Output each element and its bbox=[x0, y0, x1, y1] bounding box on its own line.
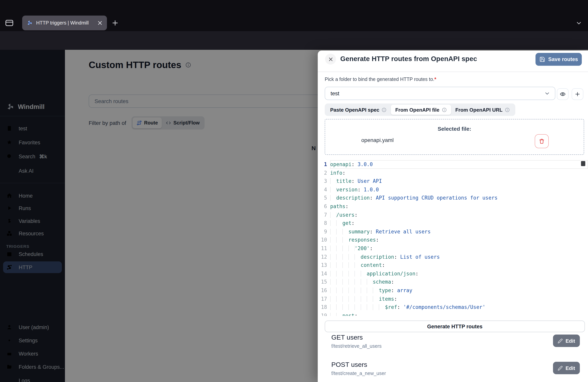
generate-http-routes-button[interactable]: Generate HTTP routes bbox=[325, 320, 585, 332]
info-icon bbox=[442, 107, 447, 112]
line-number: 17 bbox=[318, 295, 330, 303]
info-icon bbox=[505, 107, 510, 112]
view-folder-button[interactable] bbox=[557, 88, 568, 100]
editor-scrollbar-thumb[interactable] bbox=[581, 161, 585, 166]
code-line[interactable]: 16 type: array bbox=[318, 286, 588, 295]
line-number: 8 bbox=[318, 219, 330, 227]
line-number: 12 bbox=[318, 253, 330, 261]
source-tabs: Paste OpenAPI spec From OpenAPI file Fro… bbox=[325, 104, 515, 116]
line-number: 13 bbox=[318, 261, 330, 269]
app-viewport: Windmill test Favorites Search ⌘k Ask AI bbox=[0, 50, 588, 382]
route-title: POST users bbox=[331, 361, 367, 369]
folder-select[interactable]: test bbox=[325, 87, 555, 100]
chevron-down-icon bbox=[544, 90, 550, 96]
drawer-title: Generate HTTP routes from OpenAPI spec bbox=[340, 55, 477, 63]
pencil-icon bbox=[558, 365, 563, 371]
code-line[interactable]: 5 description: API supporting CRUD opera… bbox=[318, 194, 588, 202]
line-number: 10 bbox=[318, 236, 330, 244]
plus-icon bbox=[574, 91, 581, 97]
route-path: f/test/create_a_new_user bbox=[331, 371, 386, 376]
folder-select-value: test bbox=[331, 90, 544, 96]
code-line[interactable]: 2info: bbox=[318, 169, 588, 177]
selected-file-label: Selected file: bbox=[325, 126, 584, 132]
code-line[interactable]: 11 '200': bbox=[318, 244, 588, 253]
code-editor[interactable]: 1openapi: 3.0.02info:3 title: User API4 … bbox=[318, 160, 588, 316]
code-line[interactable]: 19 post: bbox=[318, 311, 588, 316]
trash-icon bbox=[539, 138, 545, 144]
pencil-icon bbox=[558, 338, 563, 343]
code-line[interactable]: 15 schema: bbox=[318, 278, 588, 286]
edit-route-button[interactable]: Edit bbox=[553, 335, 580, 347]
tab-title: HTTP triggers | Windmill bbox=[36, 20, 97, 26]
required-asterisk: * bbox=[434, 77, 436, 82]
new-tab-icon[interactable] bbox=[111, 19, 119, 27]
route-path: f/test/retrieve_all_users bbox=[331, 343, 381, 349]
browser-chrome: HTTP triggers | Windmill bbox=[0, 0, 588, 50]
line-number: 7 bbox=[318, 211, 330, 219]
code-line[interactable]: 4 version: 1.0.0 bbox=[318, 186, 588, 194]
code-line[interactable]: 13 content: bbox=[318, 261, 588, 269]
tab-close-icon[interactable] bbox=[97, 20, 103, 26]
code-line[interactable]: 12 description: List of users bbox=[318, 253, 588, 261]
eye-icon bbox=[560, 91, 566, 97]
line-number: 5 bbox=[318, 194, 330, 202]
selected-file-name: openapi.yaml bbox=[361, 137, 394, 143]
route-title: GET users bbox=[331, 334, 363, 341]
save-floppy-icon bbox=[539, 56, 545, 62]
line-number: 1 bbox=[318, 160, 330, 169]
tab-paste-openapi-spec[interactable]: Paste OpenAPI spec bbox=[326, 105, 391, 115]
edit-route-button[interactable]: Edit bbox=[553, 362, 580, 374]
line-number: 2 bbox=[318, 169, 330, 177]
line-number: 15 bbox=[318, 278, 330, 286]
code-line[interactable]: 18 $ref: '#/components/schemas/User' bbox=[318, 303, 588, 311]
line-number: 9 bbox=[318, 228, 330, 236]
divider bbox=[318, 72, 588, 72]
browser-navbar: http://localhost:3000/routes?filter_path… bbox=[0, 31, 588, 50]
remove-file-button[interactable] bbox=[535, 134, 549, 148]
tab-strip: HTTP triggers | Windmill bbox=[0, 0, 588, 31]
tab-from-openapi-url[interactable]: From OpenAPI URL bbox=[451, 105, 514, 115]
line-number: 4 bbox=[318, 186, 330, 194]
line-number: 16 bbox=[318, 286, 330, 295]
save-routes-button[interactable]: Save routes bbox=[536, 53, 582, 66]
line-number: 19 bbox=[318, 311, 330, 316]
line-number: 6 bbox=[318, 202, 330, 211]
code-line[interactable]: 14 application/json: bbox=[318, 269, 588, 278]
line-number: 18 bbox=[318, 303, 330, 311]
code-line[interactable]: 17 items: bbox=[318, 295, 588, 303]
code-line[interactable]: 8 get: bbox=[318, 219, 588, 227]
code-lines: 1openapi: 3.0.02info:3 title: User API4 … bbox=[318, 160, 588, 316]
code-line[interactable]: 6paths: bbox=[318, 202, 588, 211]
close-drawer-button[interactable] bbox=[325, 54, 336, 64]
tab-from-openapi-file[interactable]: From OpenAPI file bbox=[391, 105, 451, 115]
windmill-favicon bbox=[26, 20, 33, 26]
list-tabs-icon[interactable] bbox=[576, 20, 582, 26]
folder-picker-label: Pick a folder to bind the generated HTTP… bbox=[325, 77, 436, 82]
code-line[interactable]: 9 summary: Retrieve all users bbox=[318, 228, 588, 236]
code-line[interactable]: 3 title: User API bbox=[318, 177, 588, 185]
tab-overview-icon[interactable] bbox=[5, 18, 14, 28]
code-line[interactable]: 7 /users: bbox=[318, 211, 588, 219]
info-icon bbox=[382, 107, 387, 112]
code-line[interactable]: 10 responses: bbox=[318, 236, 588, 244]
line-number: 3 bbox=[318, 177, 330, 185]
line-number: 11 bbox=[318, 244, 330, 253]
screen: HTTP triggers | Windmill bbox=[0, 0, 588, 382]
add-folder-button[interactable] bbox=[572, 88, 583, 100]
selected-file-box: Selected file: openapi.yaml bbox=[325, 119, 584, 155]
line-number: 14 bbox=[318, 269, 330, 278]
openapi-drawer: Generate HTTP routes from OpenAPI spec S… bbox=[318, 51, 588, 382]
code-line[interactable]: 1openapi: 3.0.0 bbox=[318, 160, 588, 169]
browser-tab[interactable]: HTTP triggers | Windmill bbox=[22, 16, 107, 30]
